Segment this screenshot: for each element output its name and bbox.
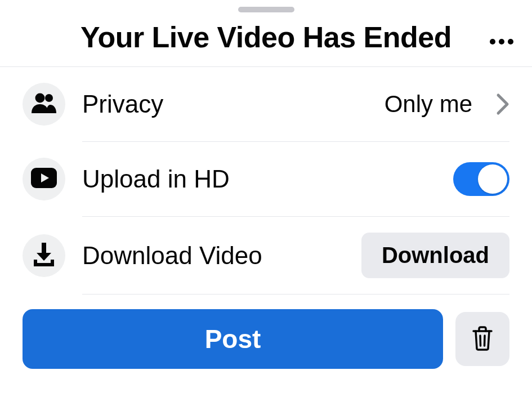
drag-handle[interactable] [238, 7, 294, 12]
upload-hd-row: Upload in HD [0, 142, 532, 216]
audience-icon [32, 92, 56, 117]
svg-point-2 [508, 39, 513, 44]
download-video-label: Download Video [82, 242, 345, 270]
video-play-icon [31, 168, 57, 190]
svg-point-3 [35, 93, 45, 103]
live-video-ended-sheet: Your Live Video Has Ended Privacy [0, 0, 532, 397]
download-video-row: Download Video Download [0, 217, 532, 294]
delete-button[interactable] [455, 312, 509, 366]
more-options-button[interactable] [489, 26, 514, 48]
page-title: Your Live Video Has Ended [81, 20, 451, 54]
footer-actions: Post [0, 295, 532, 369]
privacy-value: Only me [385, 91, 472, 118]
download-icon [33, 243, 55, 269]
upload-hd-label: Upload in HD [82, 165, 436, 193]
icon-container [23, 234, 65, 277]
svg-marker-8 [37, 253, 51, 261]
svg-point-1 [499, 39, 504, 44]
privacy-label: Privacy [82, 90, 368, 118]
svg-rect-7 [42, 243, 46, 254]
svg-point-4 [45, 94, 53, 102]
svg-line-10 [485, 336, 485, 346]
trash-icon [472, 326, 493, 353]
upload-hd-toggle[interactable] [453, 162, 509, 196]
download-button[interactable]: Download [361, 233, 509, 278]
more-horizontal-icon [489, 23, 514, 51]
icon-container [23, 158, 65, 200]
svg-line-9 [480, 336, 481, 346]
privacy-row[interactable]: Privacy Only me [0, 67, 532, 141]
options-list: Privacy Only me Upload in HD [0, 67, 532, 295]
sheet-header: Your Live Video Has Ended [0, 20, 532, 66]
icon-container [23, 83, 65, 126]
chevron-right-icon [496, 93, 509, 115]
post-button[interactable]: Post [23, 309, 443, 369]
svg-point-0 [490, 39, 495, 44]
toggle-knob [478, 164, 507, 194]
